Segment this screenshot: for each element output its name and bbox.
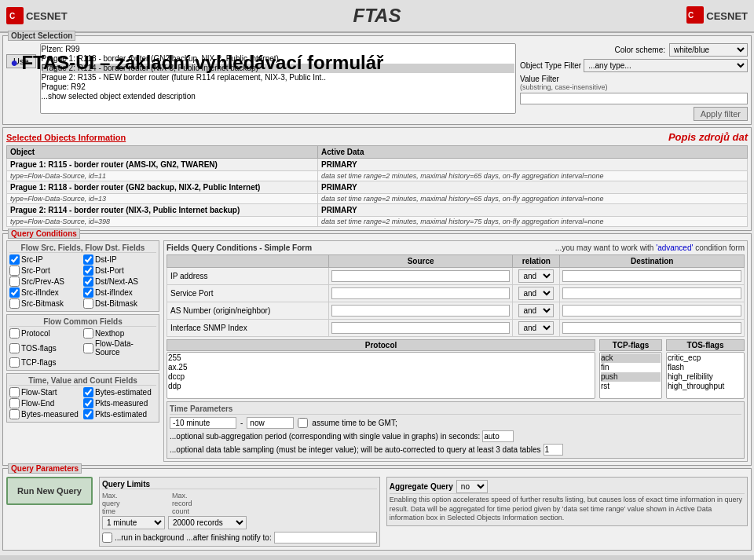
run-new-query-button[interactable]: Run New Query [6,477,93,505]
bytes-meas-check[interactable] [9,409,20,419]
qf-header: Fields Query Conditions - Simple Form ..… [167,243,745,252]
flow-end-check[interactable] [9,398,20,408]
value-filter-input[interactable] [520,93,748,104]
svg-text:C: C [9,12,15,20]
src-port-check[interactable] [9,265,20,276]
checkbox-item: TCP-flags [9,357,82,368]
src-snmp-input[interactable] [331,322,511,334]
src-ip-input[interactable] [331,270,511,282]
src-port-input[interactable] [331,287,511,299]
src-ifindex-check[interactable] [9,287,20,298]
form-dst-snmp [560,320,745,337]
rel-ip-select[interactable]: andor [518,269,554,283]
logo-left: C CESNET [6,7,68,24]
apply-filter-button[interactable]: Apply filter [694,107,748,121]
tosflags-label: TOS-flags [666,339,745,351]
flow-data-source-check[interactable] [83,343,93,353]
src-bitmask-check[interactable] [9,298,20,309]
dst-ip-input[interactable] [562,270,741,282]
obj-sub-2: type=Flow-Data-Source, id=13 [7,194,318,204]
bytes-est-check[interactable] [83,387,93,397]
obj-name-3: Prague 2: R114 - border router (NIX-3, P… [7,204,318,217]
src-prev-as-check[interactable] [9,276,20,287]
obj-sub-1: type=Flow-Data-Source, id=11 [7,171,318,181]
svg-text:C: C [688,11,694,20]
sampling-input[interactable] [544,444,563,456]
pkts-meas-check[interactable] [83,398,93,408]
object-option[interactable]: Prague: R92 [42,82,514,92]
checkbox-item: Flow-Data-Source [83,339,156,357]
rel-port-select[interactable]: andor [518,287,554,300]
sub-agg-input[interactable] [482,430,514,442]
dst-port-check[interactable] [83,265,93,276]
dst-as-input[interactable] [562,305,741,317]
rel-as-select[interactable]: andor [518,304,554,317]
checkbox-item: Dst-ifIndex [83,287,156,298]
dst-ip-check[interactable] [83,254,93,265]
object-option[interactable]: ...show selected object extended descrip… [42,92,514,101]
table-row: type=Flow-Data-Source, id=13 data set ti… [7,194,748,204]
object-list-select[interactable]: Plzen: R99 Prague 1: R118 - border route… [40,43,516,114]
object-option[interactable]: Prague 2: R135 - NEW border router (futu… [42,73,514,82]
form-table: Source relation Destination IP address a… [167,254,745,337]
src-ip-check[interactable] [9,254,20,265]
aggregate-query-box: Aggregate Query no yes Enabling this opt… [386,477,748,526]
form-dst-ip [560,268,745,285]
bg-run-checkbox[interactable] [102,533,112,543]
dst-snmp-input[interactable] [562,322,741,334]
logo-right-text: CESNET [706,10,748,22]
limits-col-labels: Max.querytime Max.recordcount [102,492,377,515]
max-record-count-select[interactable]: 20000 records 5000 records 50000 records [168,516,247,529]
tos-flags-check[interactable] [9,343,20,353]
dst-ifindex-check[interactable] [83,287,93,298]
sub-agg-row: ...optional sub-aggregation period (corr… [170,430,741,442]
object-selection-title: Object Selection [8,31,75,41]
col-destination-header: Destination [560,255,745,268]
time-to-input[interactable] [247,417,294,429]
advanced-hint: ...you may want to work with 'advanced' … [555,243,745,252]
tcp-flags-check[interactable] [9,357,20,368]
aggregate-select[interactable]: no yes [456,480,488,493]
form-label-snmp: Interface SNMP Index [167,320,329,337]
aq-title-label: Aggregate Query [390,482,453,491]
object-type-filter-select[interactable]: ...any type... [584,59,748,72]
pkts-est-check[interactable] [83,409,93,419]
advanced-link[interactable]: 'advanced' [656,243,693,252]
checkbox-item: Bytes-measured [9,409,82,419]
gmt-checkbox[interactable] [298,418,308,428]
obj-name-2: Prague 1: R118 - border router (GN2 back… [7,181,318,194]
nexthop-check[interactable] [83,328,93,339]
object-list: Plzen: R99 Prague 1: R118 - border route… [40,43,516,121]
object-option[interactable]: Plzen: R99 [42,45,514,54]
main-content: Object Selection •FTAS-UI – základní vyh… [0,33,754,555]
common-grid: Protocol Nexthop TOS-flags Flow-Data-Sou… [9,328,156,368]
col-object-header: Object [7,146,318,159]
checkbox-item: Dst-Port [83,265,156,276]
use-button[interactable]: Use [6,54,36,68]
form-rel-snmp: andor [513,320,560,337]
object-option[interactable]: Prague 2: R114 - border router (NIX-3, P… [42,64,514,73]
dst-next-as-check[interactable] [83,276,93,287]
rel-snmp-select[interactable]: andor [518,321,554,335]
tcpflags-select[interactable]: ack fin push rst [599,352,662,399]
tosflags-select[interactable]: critic_ecp flash high_relibility high_th… [666,352,745,399]
form-rel-as: andor [513,302,560,320]
time-params-title: Time Parameters [170,404,741,415]
logo-right-icon: C [686,6,704,25]
max-query-time-select[interactable]: 1 minute 5 minutes 10 minutes [102,516,165,529]
obj-data-2: PRIMARY [318,181,748,194]
logo-left-icon: C [6,7,24,24]
limits-title: Query Limits [102,480,377,489]
selected-objects-header: Selected Objects Information Popis zdroj… [6,131,748,143]
dst-port-input[interactable] [562,287,741,299]
color-scheme-select[interactable]: white/blue [669,43,748,57]
protocol-check[interactable] [9,328,20,339]
sampling-row: ...optional data table sampling (must be… [170,444,741,456]
object-option[interactable]: Prague 1: R118 - border router (GN2 back… [42,54,514,64]
src-as-input[interactable] [331,305,511,317]
notify-input[interactable] [274,532,377,544]
flow-start-check[interactable] [9,387,20,397]
dst-bitmask-check[interactable] [83,298,93,309]
protocol-select[interactable]: 255 ax.25 dccp ddp [167,352,595,399]
time-from-input[interactable] [170,417,236,429]
